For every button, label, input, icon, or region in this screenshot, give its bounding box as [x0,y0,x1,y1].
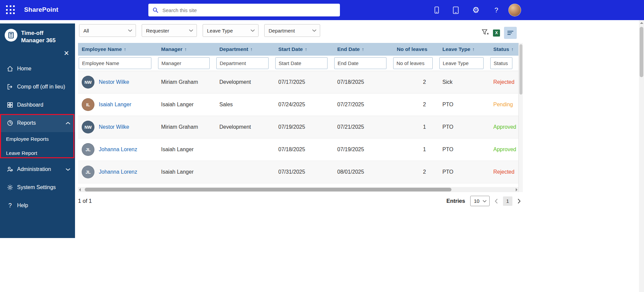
next-page-icon[interactable] [517,198,521,204]
sidebar-item-employee-reports[interactable]: Employee Reports [0,132,75,146]
leave-type-cell: PTO [439,102,490,108]
employee-name-filter-input[interactable] [79,57,151,69]
device-phone-icon[interactable] [432,0,441,20]
column-header-status[interactable]: Status↑ [490,46,518,52]
sidebar-item-home[interactable]: Home [0,60,75,78]
search-input[interactable] [162,7,336,13]
sidebar-item-administration[interactable]: Administration [0,160,75,178]
department-cell: Development [216,124,275,130]
site-search-box[interactable] [148,4,340,16]
sort-asc-icon: ↑ [362,47,364,52]
column-header-employee-name[interactable]: Employee Name↑ [78,46,157,52]
sidebar-nav: Home Comp off (off in lieu) Dashboard Re… [0,60,75,215]
window-vertical-scrollbar-thumb[interactable] [640,27,643,77]
sidebar-item-help[interactable]: ? Help [0,196,75,215]
no-of-leaves-filter-input[interactable] [393,57,433,69]
sidebar-item-system-settings[interactable]: System Settings [0,178,75,196]
app-launcher-waffle-icon[interactable] [6,5,15,15]
column-header-end-date[interactable]: End Date↑ [334,46,392,52]
settings-gear-icon[interactable]: ⚙ [470,0,482,20]
avatar-initials: NW [84,125,92,130]
app-sidebar: Time-off Manager 365 × Home Comp off (of… [0,23,75,238]
scroll-left-arrow-icon[interactable] [79,188,81,191]
list-vertical-scrollbar[interactable] [518,43,523,192]
entries-per-page-dropdown[interactable]: 10 [470,196,490,206]
window-vertical-scrollbar[interactable] [639,20,644,292]
employee-name-link[interactable]: Isaiah Langer [99,102,131,108]
employee-name-link[interactable]: Johanna Lorenz [99,169,137,175]
leave-type-cell: PTO [439,124,490,130]
entries-per-page-value: 10 [474,198,480,204]
end-date-cell: 07/19/2025 [334,147,392,153]
column-header-no-of-leaves[interactable]: No of leaves [392,46,439,52]
column-header-manager[interactable]: Manager↑ [157,46,216,52]
question-icon: ? [7,202,13,209]
sidebar-item-leave-report[interactable]: Leave Report [0,146,75,160]
chevron-up-icon [66,120,70,126]
gear-icon [7,184,13,191]
view-options-button[interactable] [504,27,517,39]
user-avatar[interactable] [508,4,521,16]
status-badge: Rejected [493,79,514,85]
status-cell: Approved [490,147,518,153]
column-header-leave-type[interactable]: Leave Type↑ [439,46,490,52]
employee-name-link[interactable]: Johanna Lorenz [99,147,137,153]
sharepoint-logo-text[interactable]: SharePoint [24,6,58,13]
app-brand: Time-off Manager 365 [0,23,75,44]
chevron-down-icon [189,29,193,32]
horizontal-scrollbar[interactable] [78,187,518,192]
requester-dropdown[interactable]: Requester [142,24,197,37]
manager-filter-input[interactable] [158,57,210,69]
sidebar-item-label: Dashboard [17,102,43,108]
clear-filter-icon[interactable] [482,29,489,37]
manager-cell: Isaiah Langer [157,169,216,175]
avatar-initials: JL [85,147,90,152]
department-dropdown[interactable]: Department [264,24,320,37]
employee-name-link[interactable]: Nestor Wilke [99,124,129,130]
manager-cell: Isaiah Langer [157,147,216,153]
view-dropdown[interactable]: All [79,24,136,37]
table-actions: X [482,27,517,39]
reports-icon [7,120,13,126]
scroll-right-arrow-icon[interactable] [516,188,517,191]
sign-out-icon [7,83,13,90]
manager-cell: Miriam Graham [157,79,216,85]
help-icon[interactable]: ? [492,0,501,20]
sort-asc-icon: ↑ [472,47,475,52]
employee-name-link[interactable]: Nestor Wilke [99,79,129,85]
device-tablet-icon[interactable] [451,0,461,20]
column-header-department[interactable]: Department↑ [216,46,275,52]
leave-type-dropdown[interactable]: Leave Type [203,24,259,37]
filter-toolbar: All Requester Leave Type Department [79,24,320,37]
status-cell: Pending [490,102,518,108]
suite-top-bar: SharePoint ⚙ ? [0,0,644,20]
previous-page-icon[interactable] [495,198,498,204]
sidebar-item-comp-off[interactable]: Comp off (off in lieu) [0,78,75,96]
chevron-down-icon [66,166,70,172]
no-of-leaves-cell: 2 [392,169,439,175]
current-page-button[interactable]: 1 [503,196,512,206]
sidebar-item-reports[interactable]: Reports [0,114,75,132]
search-icon [152,7,158,13]
horizontal-scrollbar-thumb[interactable] [85,188,451,191]
scroll-up-arrow-icon[interactable] [640,22,643,24]
start-date-filter-input[interactable] [275,57,328,69]
sidebar-close-icon[interactable]: × [64,50,69,56]
sidebar-item-dashboard[interactable]: Dashboard [0,96,75,114]
start-date-cell: 07/18/2025 [275,147,334,153]
no-of-leaves-filter-input-end[interactable] [334,57,386,69]
requester-dropdown-value: Requester [146,28,169,34]
list-vertical-scrollbar-thumb[interactable] [519,44,522,95]
home-icon [7,65,13,72]
manager-cell: Isaiah Langer [157,102,216,108]
manager-cell: Miriam Graham [157,124,216,130]
status-cell: Rejected [490,169,518,175]
status-filter-input[interactable] [490,57,512,69]
leave-type-filter-input[interactable] [439,57,484,69]
sidebar-item-label: Help [17,202,28,209]
department-filter-input[interactable] [216,57,269,69]
start-date-cell: 07/19/2025 [275,124,334,130]
column-header-start-date[interactable]: Start Date↑ [275,46,334,52]
leave-report-table: Employee Name↑ Manager↑ Department↑ Star… [78,43,518,183]
export-excel-icon[interactable]: X [493,30,500,37]
